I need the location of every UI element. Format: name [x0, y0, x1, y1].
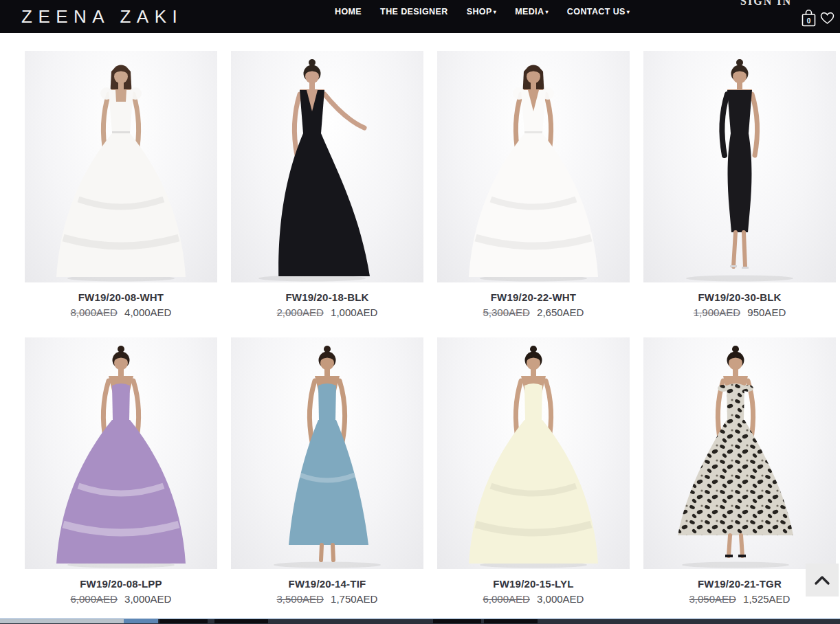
product-prices: 1,900AED 950AED: [643, 307, 836, 318]
product-old-price: 5,300AED: [483, 307, 530, 318]
product-code[interactable]: FW19/20-08-LPP: [25, 578, 217, 590]
product-prices: 6,000AED 3,000AED: [25, 593, 217, 605]
product-code[interactable]: FW19/20-15-LYL: [437, 578, 630, 590]
product-old-price: 3,500AED: [277, 593, 324, 605]
sign-in-link[interactable]: SIGN IN: [740, 0, 792, 8]
cart-count-badge: 0: [807, 17, 811, 25]
chevron-down-icon: ▾: [494, 9, 496, 15]
product-image[interactable]: [437, 51, 630, 282]
product-price: 4,000AED: [124, 307, 171, 318]
product-card: FW19/20-08-WHT 8,000AED 4,000AED: [25, 51, 217, 318]
main-nav: HOMETHE DESIGNERSHOP▾MEDIA▾CONTACT US▾: [335, 0, 630, 23]
product-price: 1,525AED: [743, 593, 790, 605]
product-prices: 3,500AED 1,750AED: [231, 593, 423, 605]
product-price: 1,750AED: [331, 593, 377, 605]
footer-segment: [214, 619, 268, 623]
footer-segment: [124, 619, 158, 623]
product-image[interactable]: [25, 337, 217, 569]
product-old-price: 3,050AED: [689, 593, 736, 605]
wishlist-heart-icon[interactable]: [820, 12, 835, 25]
product-grid: FW19/20-08-WHT 8,000AED 4,000AED FW19/20…: [0, 33, 840, 605]
footer-segment: [484, 619, 538, 623]
product-card: FW19/20-18-BLK 2,000AED 1,000AED: [231, 51, 423, 318]
nav-item-shop[interactable]: SHOP▾: [467, 7, 496, 16]
nav-item-label: HOME: [335, 7, 362, 16]
footer-segment: [433, 619, 481, 623]
product-code[interactable]: FW19/20-22-WHT: [437, 291, 630, 303]
nav-item-label: MEDIA: [515, 7, 544, 16]
product-code[interactable]: FW19/20-14-TIF: [231, 578, 423, 590]
product-old-price: 6,000AED: [71, 593, 118, 605]
product-card: FW19/20-22-WHT 5,300AED 2,650AED: [437, 51, 630, 318]
product-old-price: 2,000AED: [277, 307, 324, 318]
product-old-price: 1,900AED: [694, 307, 740, 318]
product-image[interactable]: [25, 51, 217, 282]
product-prices: 6,000AED 3,000AED: [437, 593, 630, 605]
product-prices: 5,300AED 2,650AED: [437, 307, 630, 318]
chevron-down-icon: ▾: [545, 9, 548, 15]
product-price: 3,000AED: [124, 593, 171, 605]
nav-item-label: THE DESIGNER: [380, 7, 448, 16]
product-price: 950AED: [747, 307, 786, 318]
product-card: FW19/20-15-LYL 6,000AED 3,000AED: [437, 337, 630, 605]
chevron-up-icon: [813, 575, 831, 586]
footer-segment: [159, 619, 208, 623]
scroll-to-top-button[interactable]: [806, 564, 839, 597]
product-image[interactable]: [437, 337, 630, 569]
site-header: ZEENA ZAKI HOMETHE DESIGNERSHOP▾MEDIA▾CO…: [0, 0, 840, 33]
nav-item-contact-us[interactable]: CONTACT US▾: [567, 7, 630, 16]
cart-bag-icon[interactable]: 0: [800, 8, 817, 27]
brand-logo[interactable]: ZEENA ZAKI: [21, 6, 183, 27]
product-code[interactable]: FW19/20-08-WHT: [25, 291, 217, 303]
product-image[interactable]: [643, 51, 836, 282]
footer-top-strip: [0, 619, 840, 624]
nav-item-the-designer[interactable]: THE DESIGNER: [380, 7, 448, 16]
product-price: 1,000AED: [331, 307, 377, 318]
product-price: 2,650AED: [537, 307, 584, 318]
footer-segment: [0, 619, 124, 623]
product-prices: 2,000AED 1,000AED: [231, 307, 423, 318]
nav-item-label: SHOP: [467, 7, 492, 16]
product-prices: 8,000AED 4,000AED: [25, 307, 217, 318]
product-card: FW19/20-14-TIF 3,500AED 1,750AED: [231, 337, 423, 605]
product-code[interactable]: FW19/20-18-BLK: [231, 291, 423, 303]
product-image[interactable]: [231, 337, 423, 569]
product-old-price: 6,000AED: [483, 593, 530, 605]
product-image[interactable]: [643, 337, 836, 569]
product-image[interactable]: [231, 51, 423, 282]
nav-item-media[interactable]: MEDIA▾: [515, 7, 549, 16]
nav-item-label: CONTACT US: [567, 7, 626, 16]
product-old-price: 8,000AED: [71, 307, 118, 318]
product-code[interactable]: FW19/20-30-BLK: [643, 291, 836, 303]
product-card: FW19/20-08-LPP 6,000AED 3,000AED: [25, 337, 217, 605]
nav-item-home[interactable]: HOME: [335, 7, 362, 16]
product-price: 3,000AED: [537, 593, 584, 605]
chevron-down-icon: ▾: [627, 9, 630, 15]
product-card: FW19/20-30-BLK 1,900AED 950AED: [643, 51, 836, 318]
